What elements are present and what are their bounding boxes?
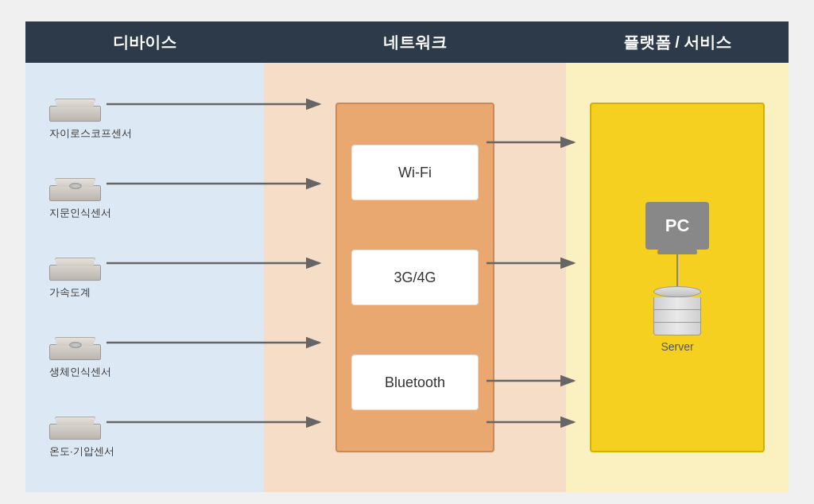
db-body3 [653,323,701,335]
wifi-label: Wi-Fi [398,165,432,181]
network-column: Wi-Fi 3G/4G Bluetooth [264,63,566,492]
device-item-temp: 온도·기압센서 [33,397,256,476]
sensor-icon-gyro [49,96,101,122]
device-item-gyro: 자이로스코프센서 [33,79,256,158]
network-item-3g4g: 3G/4G [351,250,479,305]
pc-group: PC Server [645,202,709,353]
device-label-temp: 온도·기압센서 [49,444,114,459]
device-column: 자이로스코프센서 지문인식센서 [25,63,264,492]
db-body1 [653,297,701,310]
device-label-fingerprint: 지문인식센서 [49,206,111,220]
db-cylinder [653,286,701,335]
sensor-icon-fingerprint [49,176,101,201]
pc-monitor: PC [645,202,709,250]
header-network: 네트워크 [264,21,566,63]
device-label-accel: 가속도계 [49,285,91,300]
device-label-gyro: 자이로스코프센서 [49,126,132,141]
device-item-bio: 생체인식센서 [33,317,256,397]
diagram-container: 디바이스 네트워크 플랫폼 / 서비스 자이로스코프센서 [25,21,789,483]
network-box: Wi-Fi 3G/4G Bluetooth [335,103,494,452]
sensor-icon-bio [49,335,101,360]
bluetooth-label: Bluetooth [385,374,445,391]
header-device-label: 디바이스 [113,32,176,53]
3g4g-label: 3G/4G [393,269,436,286]
header-platform-label: 플랫폼 / 서비스 [623,32,732,53]
server-icon: Server [653,286,701,353]
server-label: Server [661,340,693,353]
header-platform: 플랫폼 / 서비스 [566,21,789,63]
platform-column: PC Server [566,63,789,492]
db-body2 [653,310,701,323]
pc-connector [676,254,678,286]
pc-label: PC [665,215,690,236]
pc-icon: PC [645,202,709,254]
network-item-bluetooth: Bluetooth [351,355,479,410]
sensor-icon-accel [49,255,101,281]
header-device: 디바이스 [25,21,264,63]
db-top [653,286,701,297]
sensor-icon-temp [49,414,101,440]
header-row: 디바이스 네트워크 플랫폼 / 서비스 [25,21,789,63]
header-network-label: 네트워크 [383,32,447,53]
device-item-fingerprint: 지문인식센서 [33,158,256,238]
content-area: 자이로스코프센서 지문인식센서 [25,63,789,492]
platform-box: PC Server [590,103,765,452]
device-item-accel: 가속도계 [33,238,256,317]
device-label-bio: 생체인식센서 [49,365,111,379]
network-item-wifi: Wi-Fi [351,145,479,200]
